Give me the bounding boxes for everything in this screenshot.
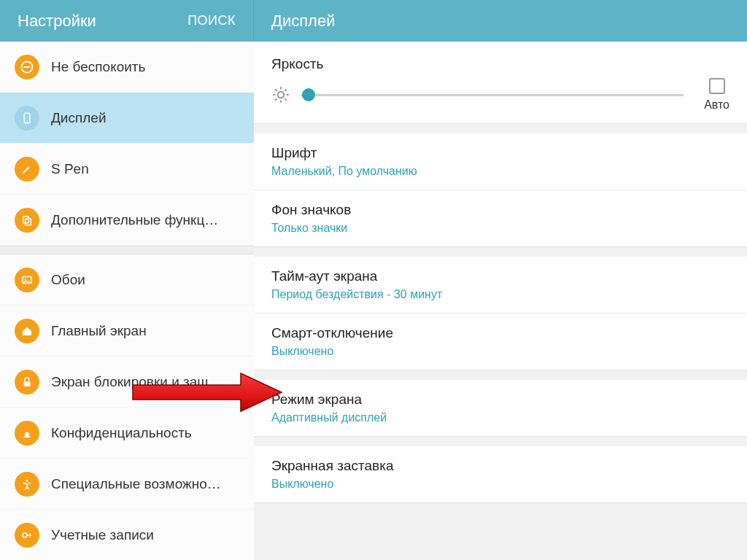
copy-icon: [15, 208, 39, 233]
svg-line-18: [285, 98, 286, 100]
sidebar-item-label: Экран блокировки и защ…: [51, 374, 222, 390]
sidebar-item-accounts[interactable]: Учетные записи: [0, 510, 254, 560]
sun-icon: [271, 85, 290, 104]
row-title: Режим экрана: [271, 392, 729, 408]
sidebar-item-label: Обои: [51, 272, 85, 288]
svg-point-12: [278, 92, 285, 98]
home-icon: [15, 319, 39, 343]
lock-icon: [15, 370, 39, 394]
row-sub: Выключено: [271, 345, 729, 358]
sidebar-item-label: Дополнительные функц…: [51, 212, 218, 228]
row-sub: Только значки: [271, 222, 729, 235]
sidebar-item-label: Дисплей: [51, 110, 107, 126]
sidebar-item-label: Не беспокоить: [51, 59, 145, 75]
section-gap: [254, 247, 747, 257]
svg-point-10: [26, 480, 28, 482]
siren-icon: [15, 421, 39, 446]
key-icon: [15, 523, 39, 548]
row-title: Шрифт: [271, 145, 729, 161]
content: Дисплей Яркость Авто: [254, 0, 747, 560]
sidebar-item-advanced[interactable]: Дополнительные функц…: [0, 195, 254, 246]
section-gap: [254, 437, 747, 446]
row-screenmode[interactable]: Режим экрана Адаптивный дисплей: [254, 380, 747, 436]
svg-rect-9: [24, 436, 31, 438]
auto-label: Авто: [704, 98, 729, 112]
row-timeout[interactable]: Тайм-аут экрана Период бездействия - 30 …: [254, 257, 747, 313]
brightness-slider-thumb[interactable]: [302, 88, 315, 101]
sidebar-divider: [0, 246, 254, 254]
font-section: Шрифт Маленький, По умолчанию Фон значко…: [254, 133, 747, 247]
display-icon: [15, 106, 39, 131]
mode-section: Режим экрана Адаптивный дисплей: [254, 380, 747, 437]
row-iconbg[interactable]: Фон значков Только значки: [254, 190, 747, 246]
row-smart-stay[interactable]: Смарт-отключение Выключено: [254, 313, 747, 370]
row-title: Тайм-аут экрана: [271, 268, 729, 284]
sidebar-list: Не беспокоить Дисплей S Pen Дополнительн…: [0, 42, 254, 560]
checkbox-icon[interactable]: [709, 78, 725, 94]
row-sub: Адаптивный дисплей: [271, 411, 729, 424]
brightness-section: Яркость Авто: [254, 42, 747, 124]
accessibility-icon: [15, 472, 39, 497]
saver-section: Экранная заставка Выключено: [254, 446, 747, 503]
sidebar: Настройки ПОИСК Не беспокоить Дисплей: [0, 0, 254, 560]
row-screensaver[interactable]: Экранная заставка Выключено: [254, 446, 747, 502]
sidebar-header: Настройки ПОИСК: [0, 0, 254, 42]
auto-brightness-toggle[interactable]: Авто: [704, 78, 729, 112]
sidebar-item-display[interactable]: Дисплей: [0, 93, 254, 144]
svg-line-20: [285, 89, 286, 90]
sidebar-item-dnd[interactable]: Не беспокоить: [0, 42, 254, 93]
sidebar-item-label: Конфиденциальность: [51, 425, 192, 441]
svg-point-11: [23, 533, 27, 537]
svg-point-3: [26, 120, 28, 122]
brightness-control: Авто: [271, 78, 729, 119]
section-gap: [254, 370, 747, 380]
row-sub: Выключено: [271, 478, 729, 491]
sidebar-item-label: S Pen: [51, 161, 89, 177]
row-sub: Период бездействия - 30 минут: [271, 288, 729, 301]
sidebar-item-wallpaper[interactable]: Обои: [0, 254, 254, 306]
sidebar-item-label: Специальные возможно…: [51, 476, 221, 492]
pen-icon: [15, 157, 39, 182]
brightness-title: Яркость: [271, 56, 729, 72]
timeout-section: Тайм-аут экрана Период бездействия - 30 …: [254, 257, 747, 370]
svg-rect-8: [24, 381, 31, 386]
brightness-row: Яркость Авто: [254, 42, 747, 123]
row-font[interactable]: Шрифт Маленький, По умолчанию: [254, 133, 747, 190]
app-root: Настройки ПОИСК Не беспокоить Дисплей: [0, 0, 747, 560]
svg-line-17: [275, 89, 276, 90]
settings-title: Настройки: [18, 12, 96, 31]
sidebar-item-spen[interactable]: S Pen: [0, 144, 254, 195]
row-title: Смарт-отключение: [271, 325, 729, 341]
sidebar-item-privacy[interactable]: Конфиденциальность: [0, 408, 254, 459]
search-button[interactable]: ПОИСК: [187, 13, 236, 28]
sidebar-item-label: Главный экран: [51, 323, 147, 339]
row-title: Фон значков: [271, 202, 729, 218]
sidebar-item-lock[interactable]: Экран блокировки и защ…: [0, 357, 254, 408]
sidebar-item-label: Учетные записи: [51, 527, 154, 543]
sidebar-item-home[interactable]: Главный экран: [0, 306, 254, 357]
row-title: Экранная заставка: [271, 458, 729, 474]
brightness-slider[interactable]: [301, 94, 684, 96]
svg-line-19: [275, 98, 276, 100]
content-header: Дисплей: [254, 0, 747, 42]
image-icon: [15, 268, 39, 292]
row-sub: Маленький, По умолчанию: [271, 165, 729, 178]
svg-point-7: [25, 279, 26, 280]
section-gap: [254, 124, 747, 133]
dnd-icon: [15, 55, 39, 79]
sidebar-item-accessibility[interactable]: Специальные возможно…: [0, 459, 254, 510]
